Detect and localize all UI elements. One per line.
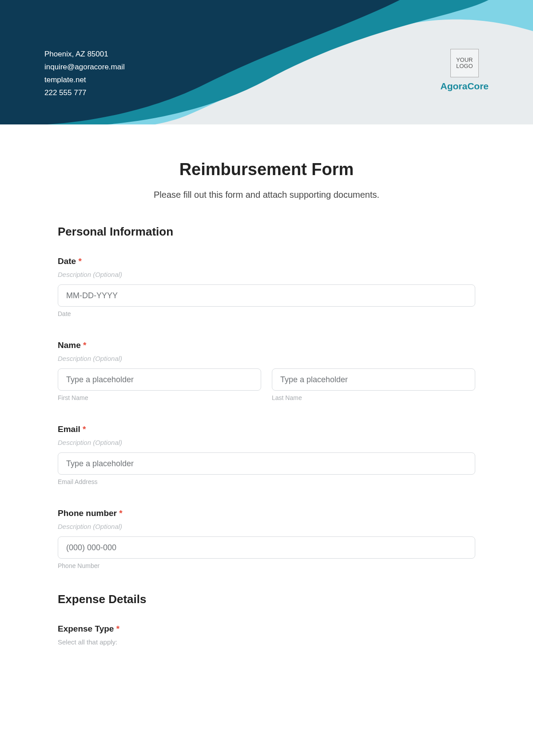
section-personal-heading: Personal Information <box>58 225 475 239</box>
email-label: Email * <box>58 424 475 434</box>
phone-input[interactable] <box>58 536 475 559</box>
page-header: Phoenix, AZ 85001 inquire@agoracore.mail… <box>0 0 533 124</box>
date-label-text: Date <box>58 256 76 266</box>
section-expense-heading: Expense Details <box>58 592 475 606</box>
first-name-hint: First Name <box>58 394 261 401</box>
field-date: Date * Description (Optional) Date <box>58 256 475 317</box>
date-input[interactable] <box>58 284 475 307</box>
expense-type-hint: Select all that apply: <box>58 638 475 646</box>
logo-placeholder: YOUR LOGO <box>450 49 479 77</box>
required-asterisk: * <box>116 624 119 633</box>
date-label: Date * <box>58 256 475 266</box>
brand-name: AgoraCore <box>440 81 489 92</box>
name-label-text: Name <box>58 340 81 350</box>
required-asterisk: * <box>83 340 86 350</box>
date-desc: Description (Optional) <box>58 271 475 278</box>
email-desc: Description (Optional) <box>58 439 475 446</box>
field-name: Name * Description (Optional) First Name… <box>58 340 475 401</box>
required-asterisk: * <box>78 256 81 266</box>
email-input[interactable] <box>58 452 475 475</box>
last-name-hint: Last Name <box>272 394 475 401</box>
phone-label: Phone number * <box>58 508 475 518</box>
phone-desc: Description (Optional) <box>58 523 475 530</box>
header-website: template.net <box>44 74 125 87</box>
form-main: Reimbursement Form Please fill out this … <box>0 124 533 664</box>
name-desc: Description (Optional) <box>58 355 475 362</box>
field-phone: Phone number * Description (Optional) Ph… <box>58 508 475 569</box>
form-title: Reimbursement Form <box>58 160 475 179</box>
date-hint: Date <box>58 310 475 317</box>
header-contact: Phoenix, AZ 85001 inquire@agoracore.mail… <box>44 48 125 100</box>
form-subtitle: Please fill out this form and attach sup… <box>58 190 475 200</box>
header-email: inquire@agoracore.mail <box>44 61 125 74</box>
required-asterisk: * <box>83 424 86 434</box>
expense-type-label: Expense Type * <box>58 624 475 634</box>
header-brand-block: YOUR LOGO AgoraCore <box>440 49 489 92</box>
header-address: Phoenix, AZ 85001 <box>44 48 125 61</box>
first-name-input[interactable] <box>58 368 261 391</box>
phone-hint: Phone Number <box>58 562 475 569</box>
email-hint: Email Address <box>58 478 475 485</box>
name-label: Name * <box>58 340 475 350</box>
last-name-input[interactable] <box>272 368 475 391</box>
expense-type-label-text: Expense Type <box>58 624 114 633</box>
email-label-text: Email <box>58 424 80 434</box>
field-expense-type: Expense Type * Select all that apply: <box>58 624 475 646</box>
phone-label-text: Phone number <box>58 508 117 518</box>
field-email: Email * Description (Optional) Email Add… <box>58 424 475 485</box>
required-asterisk: * <box>119 508 122 518</box>
header-phone: 222 555 777 <box>44 87 125 100</box>
